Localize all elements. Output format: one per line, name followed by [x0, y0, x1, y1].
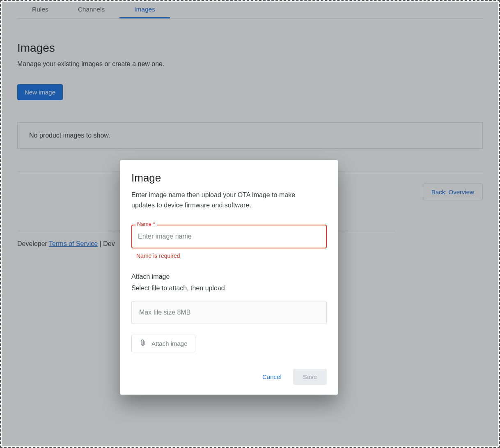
- dialog-title: Image: [131, 172, 327, 184]
- dialog-description: Enter image name then upload your OTA im…: [131, 190, 312, 211]
- name-field-label: Name *: [135, 221, 157, 227]
- name-error-text: Name is required: [136, 253, 327, 259]
- attach-image-heading: Attach image: [131, 273, 327, 280]
- file-size-hint[interactable]: Max file size 8MB: [131, 301, 327, 324]
- save-button[interactable]: Save: [293, 369, 327, 385]
- attach-image-button[interactable]: Attach image: [131, 335, 195, 352]
- attach-image-description: Select file to attach, then upload: [131, 285, 327, 292]
- image-dialog: Image Enter image name then upload your …: [120, 160, 338, 395]
- paperclip-icon: [139, 339, 147, 348]
- image-name-input[interactable]: [131, 225, 327, 248]
- attach-image-button-label: Attach image: [151, 340, 188, 347]
- cancel-button[interactable]: Cancel: [259, 369, 285, 384]
